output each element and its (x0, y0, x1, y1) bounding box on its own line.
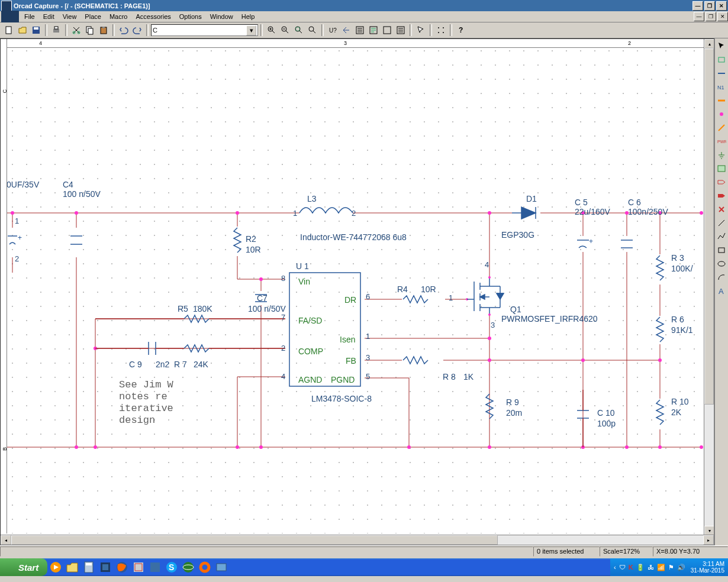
taskbar-app2-icon[interactable] (148, 560, 162, 574)
place-arc-icon[interactable] (715, 271, 728, 284)
scroll-left-icon[interactable]: ◂ (1, 535, 11, 545)
vertical-scrollbar[interactable]: ▴ ▾ (704, 39, 714, 535)
taskbar-earth-icon[interactable] (181, 560, 195, 574)
taskbar-app3-icon[interactable] (198, 560, 212, 574)
zoom-in-icon[interactable] (265, 24, 278, 37)
c9-ref[interactable]: C 9 (129, 360, 142, 369)
undo-icon[interactable] (117, 24, 130, 37)
r4-val[interactable]: 10R (421, 284, 436, 294)
l3-ref[interactable]: L3 (307, 194, 317, 203)
q1-type[interactable]: PWRMOSFET_IRFR4620 (501, 314, 598, 324)
maximize-button[interactable]: ❐ (704, 1, 715, 11)
r7-val[interactable]: 24K (194, 360, 208, 369)
u1-type[interactable]: LM3478-SOIC-8 (311, 394, 372, 403)
place-hier-block-icon[interactable] (715, 162, 728, 175)
place-power-icon[interactable]: PWR (715, 135, 728, 148)
d1-ref[interactable]: D1 (526, 194, 537, 203)
c4-val[interactable]: 100 n/50V (63, 189, 101, 199)
chevron-down-icon[interactable]: ▾ (246, 25, 256, 35)
taskbar-explorer-icon[interactable] (65, 560, 79, 574)
back-annotate-icon[interactable] (340, 24, 353, 37)
r8-ref[interactable]: R 8 (443, 372, 456, 381)
r3-val[interactable]: 100K/ (671, 264, 693, 273)
r5-ref[interactable]: R5 (178, 304, 188, 313)
design-note[interactable]: See Jim W notes re iterative design (119, 379, 173, 426)
d1-type[interactable]: EGP30G (501, 230, 534, 240)
close-button[interactable]: ✕ (716, 1, 727, 11)
help-icon[interactable]: ? (455, 24, 468, 37)
place-polyline-icon[interactable] (715, 230, 728, 243)
redo-icon[interactable] (131, 24, 144, 37)
snap-to-grid-icon[interactable] (434, 24, 447, 37)
doc-close-button[interactable]: ✕ (717, 12, 728, 21)
save-icon[interactable] (30, 24, 43, 37)
netlist-icon[interactable] (367, 24, 380, 37)
r5-val[interactable]: 180K (193, 304, 212, 313)
r6-val[interactable]: 91K/1 (671, 325, 693, 335)
cap-left-value[interactable]: 0UF/35V (7, 180, 39, 189)
place-net-alias-icon[interactable]: N1 (715, 80, 728, 93)
minimize-button[interactable]: — (692, 1, 703, 11)
select-icon[interactable] (414, 24, 427, 37)
place-noconnect-icon[interactable] (715, 203, 728, 216)
tray-flag-icon[interactable]: ⚑ (668, 564, 674, 571)
taskbar-calc-icon[interactable] (82, 560, 96, 574)
arrow-icon[interactable] (715, 40, 728, 53)
r6-ref[interactable]: R 6 (671, 315, 684, 324)
doc-restore-button[interactable]: ❐ (706, 12, 716, 21)
cross-ref-icon[interactable] (381, 24, 394, 37)
taskbar-firefox-icon[interactable] (115, 560, 129, 574)
new-icon[interactable] (2, 24, 15, 37)
part-combo[interactable]: C ▾ (151, 24, 258, 36)
drc-icon[interactable] (353, 24, 366, 37)
place-text-icon[interactable]: A (715, 284, 728, 298)
annotate-icon[interactable]: U? (326, 24, 339, 37)
tray-shield-icon[interactable]: 🛡 (619, 564, 626, 571)
scroll-up-icon[interactable]: ▴ (704, 39, 714, 48)
menu-place[interactable]: Place (80, 12, 105, 21)
r2-ref[interactable]: R2 (246, 234, 256, 244)
tray-clock[interactable]: 3:11 AM 31-Mar-2015 (691, 561, 724, 574)
tray-chevron-left-icon[interactable]: ‹ (614, 564, 616, 571)
c5-ref[interactable]: C 5 (575, 198, 588, 207)
cut-icon[interactable] (70, 24, 83, 37)
place-line-icon[interactable] (715, 216, 728, 229)
zoom-area-icon[interactable] (292, 24, 305, 37)
tray-volume-icon[interactable]: 🔊 (677, 564, 685, 571)
r10-ref[interactable]: R 10 (671, 397, 689, 406)
place-junction-icon[interactable] (715, 108, 728, 121)
scroll-right-icon[interactable]: ▸ (703, 535, 714, 545)
c6-ref[interactable]: C 6 (628, 198, 641, 207)
menu-window[interactable]: Window (206, 12, 237, 21)
menu-edit[interactable]: Edit (39, 12, 59, 21)
print-icon[interactable] (50, 24, 63, 37)
schematic-canvas[interactable]: 4 3 2 C B (1, 39, 704, 534)
horizontal-scrollbar[interactable]: ◂ ▸ (1, 535, 714, 545)
c6-val[interactable]: 100n/250V (628, 207, 668, 216)
place-ellipse-icon[interactable] (715, 257, 728, 270)
c7-val[interactable]: 100 n/50V (248, 304, 286, 313)
menu-help[interactable]: Help (237, 12, 259, 21)
taskbar-skype-icon[interactable]: S (165, 560, 179, 574)
bom-icon[interactable] (394, 24, 407, 37)
c9-val[interactable]: 2n2 (156, 360, 169, 369)
u1-ref[interactable]: U 1 (296, 261, 309, 271)
zoom-fit-icon[interactable] (306, 24, 319, 37)
r8-val[interactable]: 1K (463, 372, 473, 381)
menu-file[interactable]: File (20, 12, 39, 21)
zoom-out-icon[interactable] (279, 24, 292, 37)
place-wire-icon[interactable] (715, 67, 728, 80)
r7-ref[interactable]: R 7 (174, 360, 187, 369)
c7-ref[interactable]: C7 (257, 293, 268, 303)
q1-ref[interactable]: Q1 (510, 305, 521, 314)
c10-ref[interactable]: C 10 (597, 408, 615, 418)
r9-val[interactable]: 20m (506, 408, 522, 418)
r2-val[interactable]: 10R (246, 245, 261, 254)
taskbar-app4-icon[interactable] (214, 560, 228, 574)
r9-ref[interactable]: R 9 (506, 397, 519, 407)
taskbar-capture-icon[interactable] (98, 560, 112, 574)
copy-icon[interactable] (83, 24, 96, 37)
tray-network-icon[interactable]: 🖧 (648, 564, 654, 571)
menu-macro[interactable]: Macro (105, 12, 132, 21)
r4-ref[interactable]: R4 (397, 284, 408, 294)
